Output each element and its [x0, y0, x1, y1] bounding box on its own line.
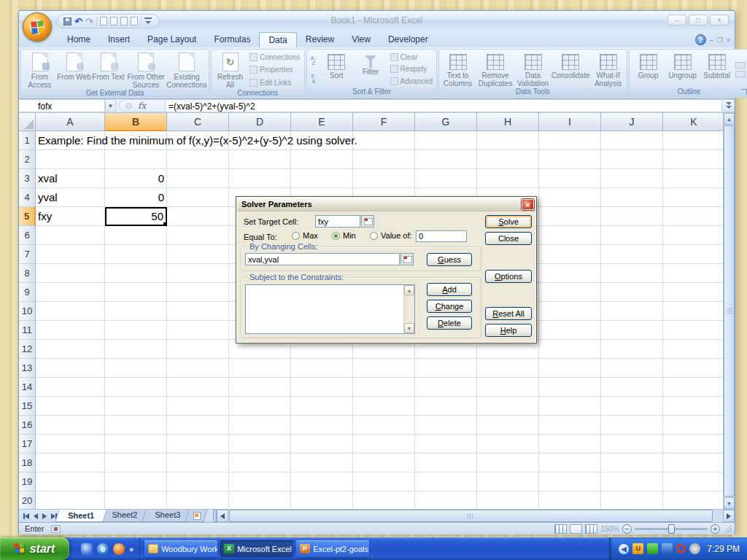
cell-F19[interactable] [353, 472, 415, 491]
column-header-I[interactable]: I [539, 113, 601, 131]
cell-B3[interactable]: 0 [105, 169, 167, 188]
cell-C6[interactable] [167, 226, 229, 245]
cell-E18[interactable] [291, 454, 353, 472]
name-box[interactable]: fofx [19, 99, 105, 112]
cell-A19[interactable] [36, 472, 105, 491]
cell-B8[interactable] [105, 264, 167, 283]
cell-B10[interactable] [105, 302, 167, 321]
vertical-scrollbar[interactable]: ▲ ▼ [723, 113, 735, 509]
clock-tray-icon[interactable] [689, 543, 700, 554]
dialog-title[interactable]: Solver Parameters [237, 198, 535, 211]
what-if-analysis-button[interactable]: What-If Analysis [591, 51, 625, 88]
cell-F18[interactable] [353, 454, 415, 472]
insert-function-icon[interactable]: fx [138, 101, 146, 111]
listbox-scrollbar[interactable]: ▲ ▼ [403, 285, 414, 333]
cell-H15[interactable] [477, 397, 539, 416]
cell-A6[interactable] [36, 226, 105, 245]
cell-K13[interactable] [663, 359, 723, 378]
column-header-F[interactable]: F [353, 113, 415, 131]
reset-all-button[interactable]: Reset All [485, 307, 532, 320]
media-player-icon[interactable] [81, 543, 93, 555]
horizontal-scrollbar[interactable] [228, 510, 723, 522]
refresh-all-button[interactable]: ↻ Refresh All [213, 51, 247, 89]
edit-links-button[interactable]: Edit Links [247, 77, 303, 88]
change-button[interactable]: Change [427, 300, 472, 313]
cell-K8[interactable] [663, 264, 723, 283]
cell-A3[interactable]: xval [36, 169, 105, 188]
consolidate-button[interactable]: Consolidate [550, 51, 591, 88]
from-other-sources-button[interactable]: From Other Sources [125, 51, 166, 89]
cell-I8[interactable] [539, 264, 601, 283]
cell-J7[interactable] [601, 245, 663, 264]
cell-J16[interactable] [601, 416, 663, 435]
dialog-close-icon[interactable]: × [522, 199, 534, 210]
u3-tray-icon[interactable]: U [632, 543, 643, 554]
cell-K1[interactable] [663, 131, 723, 150]
sort-button[interactable]: Sort [320, 51, 354, 88]
cell-J11[interactable] [601, 321, 663, 340]
minimize-button[interactable]: – [667, 15, 686, 26]
cell-F13[interactable] [353, 359, 415, 378]
cell-B9[interactable] [105, 283, 167, 302]
cell-J6[interactable] [601, 226, 663, 245]
cell-I4[interactable] [539, 188, 601, 207]
cell-I10[interactable] [539, 302, 601, 321]
cell-J18[interactable] [601, 454, 663, 472]
cell-K10[interactable] [663, 302, 723, 321]
internet-explorer-icon[interactable]: e [97, 543, 109, 555]
cell-H16[interactable] [477, 416, 539, 435]
cell-B19[interactable] [105, 472, 167, 491]
formula-input[interactable]: =(xval-5)^2+(yval-5)^2 [166, 99, 721, 112]
firefox-icon[interactable] [113, 543, 125, 555]
scroll-left-icon[interactable] [217, 510, 228, 522]
workbook-minimize-icon[interactable]: – [710, 36, 713, 44]
cell-A15[interactable] [36, 397, 105, 416]
page-break-view-icon[interactable] [585, 524, 597, 534]
cell-F3[interactable] [353, 169, 415, 188]
cell-C19[interactable] [167, 472, 229, 491]
tab-home[interactable]: Home [58, 32, 99, 47]
cell-H13[interactable] [477, 359, 539, 378]
scroll-up-icon[interactable]: ▲ [724, 113, 735, 125]
zoom-in-icon[interactable]: + [711, 524, 720, 534]
tab-review[interactable]: Review [297, 32, 343, 47]
row-header-16[interactable]: 16 [19, 416, 36, 435]
cell-A8[interactable] [36, 264, 105, 283]
cell-B20[interactable] [105, 491, 167, 509]
cell-K3[interactable] [663, 169, 723, 188]
help-icon[interactable]: ? [695, 34, 706, 45]
cell-B6[interactable] [105, 226, 167, 245]
cell-J8[interactable] [601, 264, 663, 283]
tab-developer[interactable]: Developer [379, 32, 437, 47]
cell-G2[interactable] [415, 150, 477, 169]
cell-E19[interactable] [291, 472, 353, 491]
cell-K6[interactable] [663, 226, 723, 245]
properties-button[interactable]: Properties [247, 64, 303, 75]
cell-C16[interactable] [167, 416, 229, 435]
add-button[interactable]: Add [427, 283, 472, 296]
row-header-20[interactable]: 20 [19, 491, 36, 509]
column-header-C[interactable]: C [167, 113, 229, 131]
zoom-slider[interactable] [635, 528, 708, 530]
cell-J20[interactable] [601, 491, 663, 509]
cell-A1[interactable]: Example: Find the minimum of f(x,y)=(x-5… [36, 131, 105, 150]
scroll-down-icon[interactable]: ▼ [724, 497, 735, 509]
reapply-button[interactable]: Reapply [388, 63, 435, 74]
start-button[interactable]: start [0, 537, 69, 560]
ungroup-button[interactable]: Ungroup [665, 51, 700, 88]
cell-I9[interactable] [539, 283, 601, 302]
cell-B15[interactable] [105, 397, 167, 416]
cell-K9[interactable] [663, 283, 723, 302]
cell-B17[interactable] [105, 435, 167, 454]
sort-descending-icon[interactable]: Z↑A [309, 74, 320, 84]
from-text-button[interactable]: From Text [91, 51, 125, 89]
cell-B5[interactable]: 50 [105, 207, 167, 226]
cell-C18[interactable] [167, 454, 229, 472]
cell-I17[interactable] [539, 435, 601, 454]
cell-J3[interactable] [601, 169, 663, 188]
cell-I16[interactable] [539, 416, 601, 435]
cell-B16[interactable] [105, 416, 167, 435]
cell-K20[interactable] [663, 491, 723, 509]
column-header-B[interactable]: B [105, 113, 167, 131]
cell-H3[interactable] [477, 169, 539, 188]
